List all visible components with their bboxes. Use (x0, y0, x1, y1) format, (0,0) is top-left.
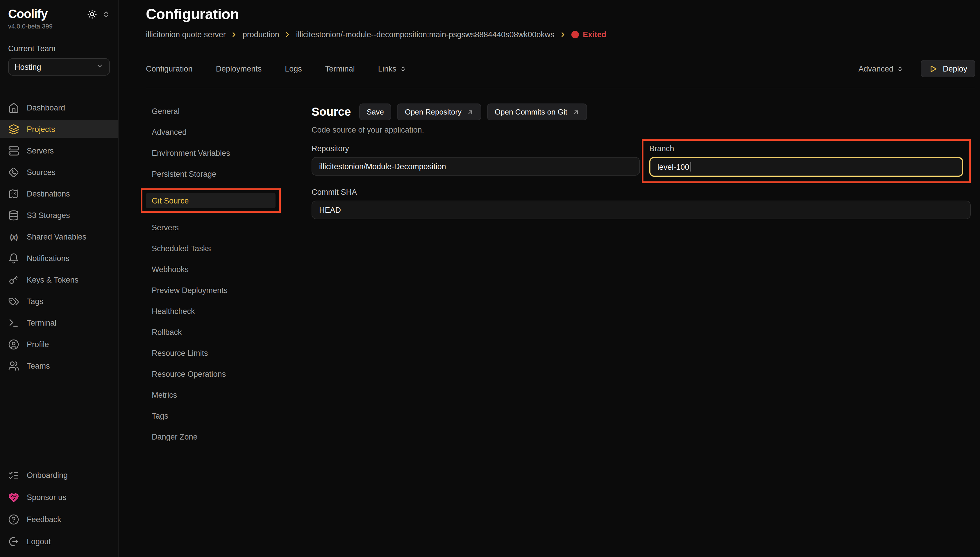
sidebar-item-projects[interactable]: Projects (0, 121, 118, 138)
save-label: Save (367, 107, 384, 116)
chevrons-up-down-icon[interactable] (102, 10, 110, 18)
commit-sha-input[interactable] (312, 200, 971, 219)
subnav-item-resource-limits[interactable]: Resource Limits (146, 345, 281, 360)
sidebar-item-terminal[interactable]: Terminal (0, 314, 118, 331)
sidebar: Coolify v4.0.0-beta.399 Current Team Hos… (0, 0, 119, 557)
subnav-item-advanced[interactable]: Advanced (146, 124, 281, 140)
subnav-item-metrics[interactable]: Metrics (146, 387, 281, 402)
subnav-item-scheduled-tasks[interactable]: Scheduled Tasks (146, 241, 281, 256)
repository-input[interactable] (312, 157, 640, 176)
sidebar-item-notifications[interactable]: Notifications (0, 249, 118, 267)
deploy-button[interactable]: Deploy (921, 60, 975, 77)
sidebar-item-tags[interactable]: Tags (0, 292, 118, 310)
subnav-item-danger-zone[interactable]: Danger Zone (146, 429, 281, 444)
chevron-right-icon (559, 31, 566, 38)
list-checks-icon (8, 469, 19, 480)
brand-row: Coolify (0, 7, 118, 21)
coolify-logo[interactable]: Coolify (8, 7, 47, 21)
commit-sha-field-group: Commit SHA (312, 188, 971, 219)
subnav-item-environment-variables[interactable]: Environment Variables (146, 145, 281, 160)
open-repository-button[interactable]: Open Repository (397, 104, 481, 121)
team-select[interactable]: Hosting (8, 58, 110, 76)
subnav-item-rollback[interactable]: Rollback (146, 324, 281, 340)
sidebar-item-label: Sources (27, 168, 55, 176)
repository-field-group: Repository (312, 139, 640, 176)
play-icon (929, 64, 938, 73)
subnav-item-general[interactable]: General (146, 104, 281, 119)
commit-sha-label: Commit SHA (312, 188, 971, 197)
sidebar-item-label: Keys & Tokens (27, 275, 78, 284)
tabs-divider (146, 88, 975, 88)
breadcrumb-application[interactable]: illicitestonion/-module--decomposition:m… (296, 30, 554, 39)
sidebar-item-keys-tokens[interactable]: Keys & Tokens (0, 271, 118, 288)
home-icon (8, 102, 19, 113)
sidebar-item-teams[interactable]: Teams (0, 357, 118, 375)
sidebar-item-onboarding[interactable]: Onboarding (0, 466, 118, 484)
chevrons-up-down-icon (400, 65, 406, 72)
tabs-row: Configuration Deployments Logs Terminal … (146, 60, 975, 77)
subnav-item-resource-operations[interactable]: Resource Operations (146, 366, 281, 381)
section-description: Code source of your application. (312, 125, 971, 134)
page-title: Configuration (146, 6, 975, 23)
sidebar-nav: Dashboard Projects Servers Sources Desti… (0, 99, 118, 375)
save-button[interactable]: Save (359, 104, 392, 121)
sidebar-item-label: Shared Variables (27, 232, 86, 241)
sun-icon[interactable] (87, 9, 97, 19)
branch-label: Branch (649, 144, 963, 153)
chevron-right-icon (231, 31, 238, 38)
arrow-up-right-icon (572, 108, 580, 116)
sidebar-item-sponsor-us[interactable]: Sponsor us (0, 489, 118, 506)
sidebar-item-label: Teams (27, 362, 50, 370)
sidebar-footer-nav: Onboarding Sponsor us Feedback Logout (0, 466, 118, 550)
sidebar-item-profile[interactable]: Profile (0, 336, 118, 353)
tab-configuration[interactable]: Configuration (146, 64, 193, 73)
sidebar-item-label: Destinations (27, 189, 70, 198)
current-team-label: Current Team (0, 44, 118, 53)
sidebar-item-label: Sponsor us (27, 493, 67, 502)
annotation-box-git-source: Git Source (141, 188, 281, 213)
advanced-dropdown[interactable]: Advanced (858, 64, 903, 73)
subnav-item-healthcheck[interactable]: Healthcheck (146, 303, 281, 319)
breadcrumb-environment[interactable]: production (243, 30, 279, 39)
sidebar-item-label: Tags (27, 297, 43, 306)
database-icon (8, 210, 19, 221)
section-title: Source (312, 105, 351, 119)
git-source-icon (8, 166, 19, 178)
tab-links[interactable]: Links (378, 64, 406, 73)
branch-input[interactable]: level-100 (649, 157, 963, 177)
chevrons-up-down-icon (897, 65, 903, 72)
sidebar-item-label: Logout (27, 537, 51, 546)
sidebar-item-shared-variables[interactable]: (x) Shared Variables (0, 228, 118, 245)
sidebar-item-dashboard[interactable]: Dashboard (0, 99, 118, 116)
subnav-item-preview-deployments[interactable]: Preview Deployments (146, 283, 281, 298)
sidebar-item-label: Feedback (27, 515, 61, 524)
breadcrumb-project[interactable]: illicitonion quote server (146, 30, 226, 39)
subnav-item-git-source[interactable]: Git Source (146, 193, 276, 208)
layers-icon (8, 124, 19, 135)
status-dot-icon (571, 31, 579, 38)
sidebar-item-label: Terminal (27, 318, 56, 327)
sidebar-item-logout[interactable]: Logout (0, 533, 118, 550)
sidebar-item-label: Projects (27, 125, 55, 134)
open-commits-button[interactable]: Open Commits on Git (487, 104, 587, 121)
tab-deployments[interactable]: Deployments (216, 64, 262, 73)
chevron-right-icon (284, 31, 291, 38)
text-caret (691, 162, 691, 171)
key-icon (8, 274, 19, 285)
subnav-item-tags[interactable]: Tags (146, 408, 281, 423)
sidebar-item-s3-storages[interactable]: S3 Storages (0, 207, 118, 224)
main-content: Configuration illicitonion quote server … (119, 0, 980, 557)
sidebar-item-destinations[interactable]: Destinations (0, 185, 118, 202)
sidebar-item-label: Profile (27, 340, 49, 349)
tab-terminal[interactable]: Terminal (325, 64, 355, 73)
tab-links-label: Links (378, 64, 397, 73)
bell-icon (8, 252, 19, 264)
subnav-item-persistent-storage[interactable]: Persistent Storage (146, 166, 281, 181)
sidebar-item-sources[interactable]: Sources (0, 163, 118, 181)
tab-logs[interactable]: Logs (285, 64, 302, 73)
subnav-item-webhooks[interactable]: Webhooks (146, 262, 281, 277)
subnav-item-servers[interactable]: Servers (146, 220, 281, 235)
user-circle-icon (8, 339, 19, 350)
sidebar-item-feedback[interactable]: Feedback (0, 510, 118, 528)
sidebar-item-servers[interactable]: Servers (0, 142, 118, 159)
